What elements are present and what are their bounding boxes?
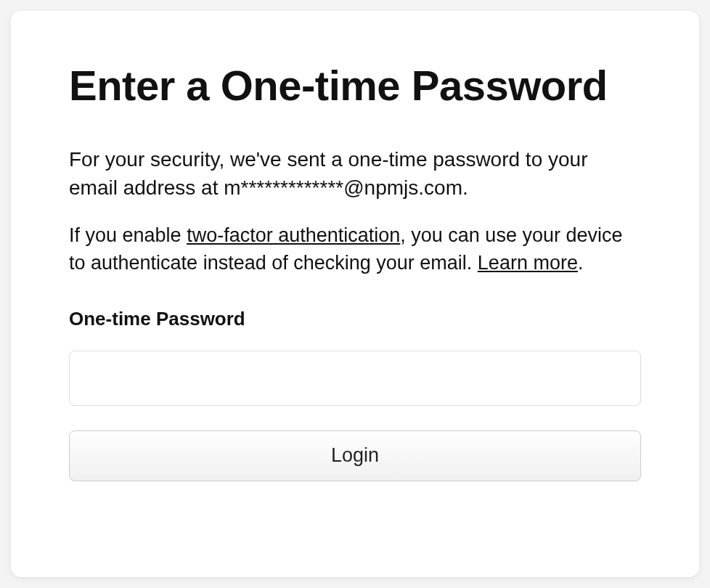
otp-input[interactable] [69,351,641,406]
intro-text: For your security, we've sent a one-time… [69,145,641,202]
masked-email: m*************@npmjs.com [224,176,462,199]
intro2-part3: . [578,252,584,274]
intro2-part1: If you enable [69,224,187,246]
two-factor-link[interactable]: two-factor authentication [187,224,400,246]
intro2-text: If you enable two-factor authentication,… [69,222,641,277]
login-button[interactable]: Login [69,430,641,481]
intro-suffix: . [462,176,468,199]
otp-card: Enter a One-time Password For your secur… [11,11,699,577]
otp-label: One-time Password [69,308,641,330]
learn-more-link[interactable]: Learn more [478,252,578,274]
page-title: Enter a One-time Password [69,62,641,110]
